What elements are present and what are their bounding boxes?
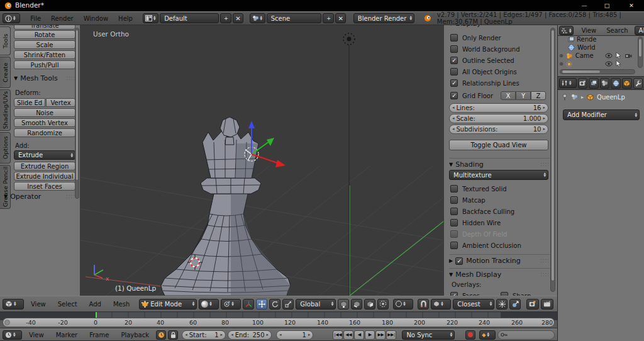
scene-type-dropdown[interactable]: ▲▼	[250, 13, 265, 23]
prev-keyframe-button[interactable]: ◀◀	[343, 330, 353, 340]
increment-arrow-icon[interactable]: ▸	[308, 333, 311, 337]
selectability-cursor-icon[interactable]	[616, 52, 621, 59]
outliner-menu-search[interactable]: Search	[601, 27, 633, 34]
play-button[interactable]: ▶	[365, 330, 375, 340]
renderability-camera-icon[interactable]	[625, 53, 632, 59]
active-keying-set-field[interactable]	[497, 330, 555, 340]
outliner-row-camera[interactable]: ⊕ Came	[559, 52, 594, 60]
axis-y-toggle[interactable]: Y	[516, 91, 531, 100]
editor-type-timeline-dropdown[interactable]: ▲▼	[3, 330, 22, 340]
jump-to-start-button[interactable]: |◀◀	[333, 330, 343, 340]
manipulator-rotate-toggle[interactable]	[269, 299, 280, 310]
object-crumb-icon[interactable]	[587, 94, 594, 101]
tab-world-icon[interactable]	[611, 78, 621, 89]
grid-scale-field[interactable]: ◂ Scale: 1.000 ▸	[449, 114, 548, 123]
tab-options[interactable]: Options	[0, 132, 11, 164]
snap-target-dropdown[interactable]: Closest ▲▼	[453, 299, 494, 310]
v3d-menu-select[interactable]: Select	[53, 301, 82, 308]
end-frame-field[interactable]: ◂ End: 250 ▸	[228, 330, 272, 340]
tab-modifiers-icon[interactable]	[633, 78, 643, 89]
tab-render-layers-icon[interactable]	[589, 78, 599, 89]
tab-create[interactable]: Create	[0, 57, 11, 88]
tool-shrink-fatten-button[interactable]: Shrink/Fatten	[14, 50, 75, 59]
minimize-button[interactable]: —	[576, 0, 592, 11]
outliner-hscrollbar[interactable]	[560, 69, 635, 74]
mode-dropdown[interactable]: Edit Mode ▲▼	[139, 299, 197, 310]
current-frame-field[interactable]: ◂ 1 ▸	[276, 330, 313, 340]
decrement-arrow-icon[interactable]: ◂	[279, 333, 282, 337]
check-hidden-wire[interactable]: Hidden Wire	[450, 219, 501, 226]
editor-type-outliner-dropdown[interactable]: ▲▼	[559, 26, 574, 35]
manipulator-translate-toggle[interactable]	[256, 299, 267, 310]
tool-translate-button[interactable]: Translate	[14, 25, 75, 30]
vertex-slide-button[interactable]: Vertex	[46, 98, 75, 107]
checkbox-icon[interactable]	[455, 257, 463, 265]
tab-grease-pencil[interactable]: Grease Pencil	[0, 165, 11, 209]
extrude-individual-button[interactable]: Extrude Individual	[14, 172, 75, 181]
layout-add-button[interactable]: ＋	[220, 13, 231, 23]
inset-faces-button[interactable]: Inset Faces	[14, 182, 75, 191]
maximize-button[interactable]: □	[599, 0, 615, 11]
axis-x-toggle[interactable]: X	[501, 91, 516, 100]
layout-type-dropdown[interactable]: ▲▼	[143, 13, 158, 23]
smooth-vertex-button[interactable]: Smooth Vertex	[14, 118, 75, 127]
randomize-button[interactable]: Randomize	[14, 128, 75, 137]
scene-add-button[interactable]: ＋	[323, 13, 334, 23]
scene-crumb-icon[interactable]	[571, 94, 578, 100]
tab-scene-icon[interactable]	[600, 78, 610, 89]
preview-range-toggle[interactable]	[156, 330, 166, 340]
expand-icon[interactable]: ⊕	[559, 61, 564, 67]
check-outline-selected[interactable]: Outline Selected	[450, 57, 514, 64]
check-matcap[interactable]: Matcap	[450, 196, 486, 204]
add-modifier-dropdown[interactable]: Add Modifier ▲▼	[563, 109, 640, 120]
render-engine-dropdown[interactable]: Blender Render ▲▼	[353, 13, 414, 23]
snap-align-rotation-toggle[interactable]	[509, 299, 521, 310]
close-button[interactable]: ✕	[623, 0, 640, 11]
tab-tools[interactable]: Tools	[0, 26, 11, 55]
noise-button[interactable]: Noise	[14, 108, 75, 117]
auto-keyframe-record-button[interactable]	[465, 330, 475, 340]
outliner-menu-view[interactable]: View	[576, 27, 601, 34]
jump-to-end-button[interactable]: ▶▶|	[386, 330, 396, 340]
motion-tracking-panel-header[interactable]: ▶ Motion Tracking ::::	[449, 254, 550, 265]
face-select-mode-button[interactable]	[364, 299, 375, 310]
display-panel-header[interactable]: ▼ Display	[449, 25, 550, 28]
increment-arrow-icon[interactable]: ▸	[221, 333, 223, 337]
pin-icon[interactable]	[562, 94, 568, 101]
snap-magnet-toggle[interactable]	[418, 299, 429, 310]
tool-push-pull-button[interactable]: Push/Pull	[14, 60, 75, 69]
visibility-eye-icon[interactable]	[605, 61, 613, 67]
tool-rotate-button[interactable]: Rotate	[14, 30, 75, 39]
tl-menu-view[interactable]: View	[24, 332, 49, 338]
check-only-render[interactable]: Only Render	[450, 34, 501, 42]
check-grid-floor[interactable]: Grid Floor	[450, 92, 493, 99]
editor-type-info-dropdown[interactable]: ▲▼	[3, 13, 20, 23]
scene-name-field[interactable]: Scene	[267, 13, 322, 23]
selectability-cursor-icon[interactable]	[616, 60, 621, 67]
v3d-menu-mesh[interactable]: Mesh	[108, 301, 135, 308]
limit-to-visible-toggle[interactable]	[377, 299, 389, 310]
av-sync-dropdown[interactable]: No Sync ▲▼	[402, 330, 455, 340]
slide-edge-button[interactable]: Slide Ed	[14, 98, 45, 107]
snap-element-dropdown[interactable]: ▲▼	[431, 299, 451, 310]
increment-arrow-icon[interactable]: ▸	[543, 116, 545, 121]
editor-type-properties-dropdown[interactable]: ▲▼	[559, 78, 577, 88]
menu-render[interactable]: Render	[46, 15, 79, 22]
v3d-menu-add[interactable]: Add	[84, 301, 106, 308]
pivot-center-dropdown[interactable]: ▲▼	[221, 299, 241, 310]
visibility-eye-icon[interactable]	[605, 53, 613, 59]
tl-menu-marker[interactable]: Marker	[51, 332, 83, 338]
menu-file[interactable]: File	[25, 15, 46, 22]
viewport-3d[interactable]: x User Ortho (1) QueenLp	[80, 25, 443, 296]
increment-arrow-icon[interactable]: ▸	[543, 127, 545, 131]
outliner-row-renderlayer[interactable]: Rende	[568, 35, 597, 43]
check-textured-solid[interactable]: Textured Solid	[450, 185, 507, 193]
tool-scale-button[interactable]: Scale	[14, 40, 75, 49]
toggle-quad-view-button[interactable]: Toggle Quad View	[449, 140, 548, 150]
opengl-render-button[interactable]	[526, 299, 539, 310]
axis-z-toggle[interactable]: Z	[531, 91, 546, 100]
tl-menu-playback[interactable]: Playback	[116, 332, 154, 338]
operator-panel-header[interactable]: ▼ Operator ::::	[4, 193, 75, 201]
grid-subdivisions-field[interactable]: ◂ Subdivisions: 10 ▸	[449, 125, 548, 134]
v3d-menu-view[interactable]: View	[26, 301, 51, 308]
